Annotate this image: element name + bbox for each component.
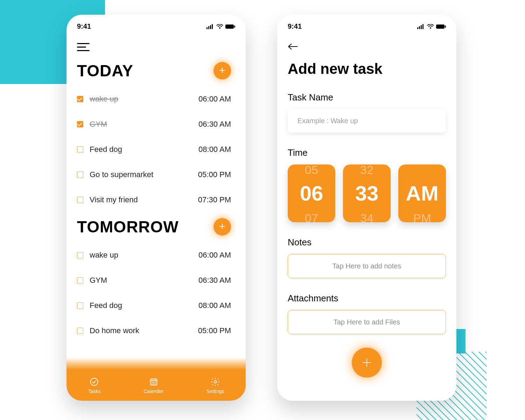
svg-point-20 xyxy=(430,27,431,29)
task-label: GYM xyxy=(90,120,107,129)
svg-point-15 xyxy=(214,380,217,383)
task-name-input[interactable]: Example : Wake up xyxy=(288,109,446,133)
task-row[interactable]: wake up06:00 AM xyxy=(77,243,231,268)
wifi-icon xyxy=(216,24,223,29)
task-name-label: Task Name xyxy=(288,92,456,103)
svg-rect-5 xyxy=(225,24,234,29)
calendar-icon xyxy=(149,377,159,387)
task-time: 05:00 PM xyxy=(198,170,231,179)
task-checkbox[interactable] xyxy=(77,146,83,153)
status-bar: 9:41 xyxy=(66,15,246,30)
svg-point-7 xyxy=(91,378,98,385)
nav-calendar[interactable]: Calender xyxy=(144,377,163,394)
task-time: 08:00 AM xyxy=(198,301,231,310)
ampm-next: PM xyxy=(398,211,446,222)
hour-picker[interactable]: 05 06 07 xyxy=(288,164,335,222)
plus-icon xyxy=(360,356,373,369)
nav-settings[interactable]: Settings xyxy=(206,377,224,394)
task-label: Feed dog xyxy=(90,301,122,310)
section-title-tomorrow: TOMORROW xyxy=(77,217,179,236)
task-label: Go to supermarket xyxy=(90,170,153,179)
task-time: 08:00 AM xyxy=(198,145,231,154)
svg-point-4 xyxy=(219,27,220,29)
notes-label: Notes xyxy=(288,237,456,248)
task-row[interactable]: Do home work05:00 PM xyxy=(77,318,231,343)
check-circle-icon xyxy=(89,377,99,387)
status-time: 9:41 xyxy=(288,22,302,30)
task-checkbox[interactable] xyxy=(77,197,83,203)
task-label: wake up xyxy=(90,94,118,104)
nav-settings-label: Settings xyxy=(206,388,224,394)
task-row[interactable]: GYM06:30 AM xyxy=(77,268,231,293)
task-time: 06:00 AM xyxy=(198,94,231,104)
time-label: Time xyxy=(288,147,456,158)
nav-calendar-label: Calender xyxy=(144,388,163,394)
task-row[interactable]: Feed dog08:00 AM xyxy=(77,293,231,318)
task-time: 05:00 PM xyxy=(198,326,231,335)
hour-prev: 05 xyxy=(288,164,335,177)
add-task-today-button[interactable]: + xyxy=(214,62,231,79)
arrow-left-icon xyxy=(288,43,299,50)
task-checkbox[interactable] xyxy=(77,252,83,258)
svg-rect-17 xyxy=(419,26,420,29)
svg-rect-21 xyxy=(436,24,444,29)
task-label: Visit my friend xyxy=(90,195,138,204)
task-time: 06:30 AM xyxy=(198,276,231,285)
notes-input[interactable]: Tap Here to add notes xyxy=(288,254,446,278)
task-label: GYM xyxy=(90,276,107,285)
task-row[interactable]: Feed dog08:00 AM xyxy=(77,137,231,162)
menu-icon[interactable] xyxy=(77,43,91,51)
svg-rect-19 xyxy=(422,24,424,29)
svg-rect-16 xyxy=(417,27,418,29)
minute-picker[interactable]: 32 33 34 xyxy=(343,164,391,222)
svg-rect-18 xyxy=(421,25,422,29)
svg-rect-6 xyxy=(234,26,235,28)
wifi-icon xyxy=(427,24,434,29)
submit-add-task-button[interactable] xyxy=(352,348,382,378)
bottom-nav: Tasks Calender Settings xyxy=(66,370,246,401)
task-row[interactable]: Visit my friend07:30 PM xyxy=(77,187,231,212)
minute-prev: 32 xyxy=(343,164,391,177)
task-row[interactable]: Go to supermarket05:00 PM xyxy=(77,162,231,187)
svg-point-11 xyxy=(155,382,155,382)
svg-rect-1 xyxy=(208,26,209,29)
task-time: 06:00 AM xyxy=(198,251,231,260)
task-row[interactable]: GYM06:30 AM xyxy=(77,112,231,137)
attachments-input[interactable]: Tap Here to add Files xyxy=(288,310,446,334)
task-checkbox[interactable] xyxy=(77,96,83,102)
task-list-tomorrow: wake up06:00 AMGYM06:30 AMFeed dog08:00 … xyxy=(66,236,246,343)
task-checkbox[interactable] xyxy=(77,302,83,309)
svg-point-10 xyxy=(153,382,154,382)
back-button[interactable] xyxy=(288,43,456,51)
task-checkbox[interactable] xyxy=(77,328,83,334)
task-list-today: wake up06:00 AMGYM06:30 AMFeed dog08:00 … xyxy=(66,80,246,212)
attachments-label: Attachments xyxy=(288,293,456,304)
battery-icon xyxy=(436,24,446,29)
page-title: Add new task xyxy=(288,61,456,77)
svg-point-14 xyxy=(155,384,155,384)
screen-task-list: 9:41 TODAY + wake up06:00 AMGYM06:30 AMF… xyxy=(66,15,246,401)
add-task-tomorrow-button[interactable]: + xyxy=(214,218,231,236)
task-label: Do home work xyxy=(90,326,139,335)
svg-point-9 xyxy=(152,382,152,382)
svg-rect-0 xyxy=(206,27,208,29)
svg-rect-2 xyxy=(210,25,211,29)
minute-next: 34 xyxy=(343,211,391,222)
task-time: 06:30 AM xyxy=(198,120,231,129)
task-checkbox[interactable] xyxy=(77,121,83,127)
ampm-picker[interactable]: AM PM xyxy=(398,164,446,222)
status-time: 9:41 xyxy=(77,22,91,30)
signal-icon xyxy=(417,24,425,29)
svg-point-13 xyxy=(153,384,154,384)
task-row[interactable]: wake up06:00 AM xyxy=(77,86,231,112)
svg-rect-3 xyxy=(212,24,213,29)
battery-icon xyxy=(225,24,235,29)
nav-tasks[interactable]: Tasks xyxy=(88,377,100,394)
nav-tasks-label: Tasks xyxy=(88,388,100,394)
section-title-today: TODAY xyxy=(77,61,133,80)
task-checkbox[interactable] xyxy=(77,277,83,284)
hour-next: 07 xyxy=(288,211,335,222)
task-label: wake up xyxy=(90,251,118,260)
task-checkbox[interactable] xyxy=(77,172,83,178)
gear-icon xyxy=(210,377,220,387)
